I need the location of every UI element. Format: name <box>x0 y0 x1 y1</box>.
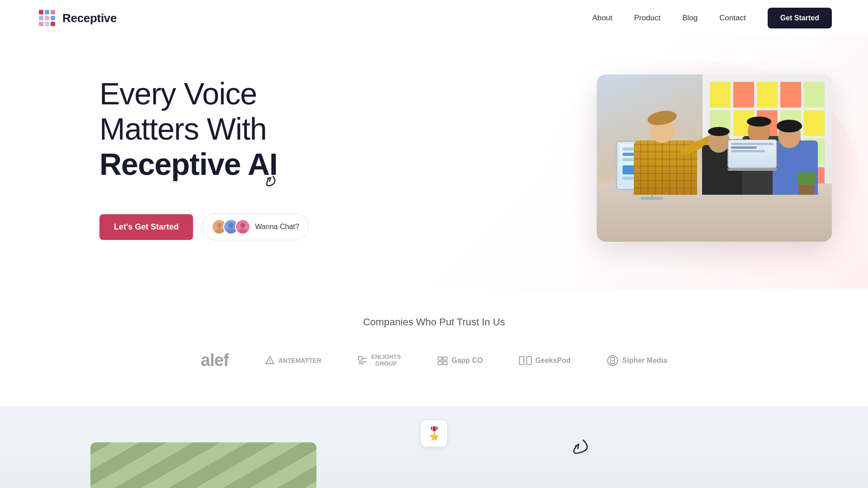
bottom-image <box>90 442 316 488</box>
person-4-head <box>778 123 801 150</box>
geekspod-icon <box>519 356 532 365</box>
sticky-1 <box>710 82 731 108</box>
plant-pot-body <box>798 185 814 195</box>
laptop-base <box>727 169 777 171</box>
svg-rect-0 <box>39 10 43 14</box>
svg-rect-2 <box>51 10 55 14</box>
avatar-3 <box>235 219 250 235</box>
nav-link-blog[interactable]: Blog <box>682 14 698 23</box>
logo-gapp: Gapp CO <box>437 355 483 366</box>
company-logos-row: alef ANTEMATTER ENLIGHTSGROUP <box>36 351 832 370</box>
nav-link-product[interactable]: Product <box>634 14 661 23</box>
laptop-screen <box>727 139 777 169</box>
sticky-4 <box>780 82 801 108</box>
svg-point-11 <box>229 223 234 228</box>
antematter-icon <box>265 356 275 366</box>
laptop-line-2 <box>731 146 756 149</box>
hero-content: Every Voice Matters With Receptive AI Le… <box>99 76 371 241</box>
svg-rect-8 <box>51 22 55 26</box>
logo-antematter: ANTEMATTER <box>265 356 321 366</box>
logo-enlights: ENLIGHTSGROUP <box>358 354 401 367</box>
avatar-group <box>212 219 250 235</box>
logo-geekspod: GeeksPod <box>519 356 571 365</box>
logo-alef: alef <box>201 351 228 370</box>
svg-rect-3 <box>39 16 43 20</box>
svg-rect-7 <box>45 22 49 26</box>
hero-heading: Every Voice Matters With Receptive AI <box>99 76 371 182</box>
laptop-line-3 <box>731 150 765 152</box>
trusted-heading: Companies Who Put Trust In Us <box>36 316 832 328</box>
hero-heading-brand: Receptive AI <box>99 146 278 182</box>
navbar: Receptive About Product Blog Contact Get… <box>0 0 868 36</box>
svg-point-14 <box>239 229 247 234</box>
svg-rect-25 <box>443 361 447 365</box>
enlights-icon <box>358 356 368 366</box>
hero-image-area <box>371 75 832 242</box>
hero-section: Every Voice Matters With Receptive AI Le… <box>0 36 868 289</box>
laptop-area <box>727 139 777 171</box>
svg-point-10 <box>216 229 224 234</box>
logo-text: Receptive <box>62 11 117 25</box>
monitor-base <box>641 197 663 200</box>
person-1-head <box>650 118 675 145</box>
nav-link-contact[interactable]: Contact <box>719 14 746 23</box>
laptop-line-1 <box>731 143 774 145</box>
wanna-chat-button[interactable]: Wanna Chat? <box>202 213 308 240</box>
bottom-center: 🎖️ <box>420 420 448 447</box>
logo-icon <box>36 7 58 29</box>
svg-rect-24 <box>438 361 442 365</box>
medal-box: 🎖️ <box>420 420 448 447</box>
svg-point-9 <box>217 223 222 228</box>
svg-rect-27 <box>527 357 531 365</box>
hero-team-photo <box>597 75 832 242</box>
trusted-section: Companies Who Put Trust In Us alef ANTEM… <box>0 289 868 406</box>
svg-rect-23 <box>443 357 447 360</box>
svg-point-17 <box>269 362 270 363</box>
plant-leaves <box>797 172 816 185</box>
swash-decoration-2 <box>547 433 601 462</box>
svg-point-12 <box>227 229 236 234</box>
sticky-5 <box>804 82 825 108</box>
stairs-image <box>90 442 316 488</box>
svg-rect-5 <box>51 16 55 20</box>
nav-link-about[interactable]: About <box>592 14 612 23</box>
sticky-2 <box>733 82 754 108</box>
bottom-teaser-section: 🎖️ <box>0 406 868 488</box>
svg-rect-6 <box>39 22 43 26</box>
sticky-3 <box>757 82 778 108</box>
gapp-icon <box>437 355 448 366</box>
photo-background <box>597 75 832 242</box>
logo[interactable]: Receptive <box>36 7 117 29</box>
person-2-head <box>708 129 730 154</box>
swash-icon <box>246 174 282 190</box>
lets-get-started-button[interactable]: Let's Get Started <box>99 214 193 240</box>
laptop-display <box>728 140 776 168</box>
svg-rect-22 <box>438 357 442 360</box>
svg-point-13 <box>241 223 245 228</box>
medal-icon: 🎖️ <box>426 426 442 441</box>
svg-rect-1 <box>45 10 49 14</box>
svg-rect-26 <box>519 357 524 365</box>
svg-rect-18 <box>359 357 362 360</box>
nav-get-started-button[interactable]: Get Started <box>768 8 832 28</box>
hero-buttons: Let's Get Started <box>99 213 371 240</box>
nav-links: About Product Blog Contact Get Started <box>592 8 832 28</box>
svg-rect-4 <box>45 16 49 20</box>
swash-2-icon <box>547 433 601 460</box>
logo-sipher: Sipher Media <box>607 355 667 366</box>
plant-pot <box>795 172 818 195</box>
sipher-icon <box>607 355 618 366</box>
